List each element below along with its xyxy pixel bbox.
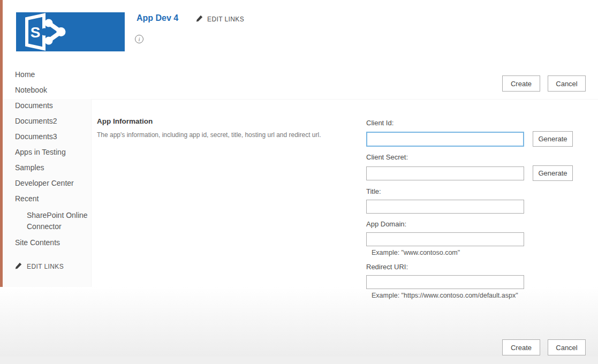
create-button-bottom[interactable]: Create (502, 339, 540, 355)
sidebar-item-home[interactable]: Home (15, 70, 93, 79)
sidebar-item-site-contents[interactable]: Site Contents (15, 238, 93, 247)
redirect-uri-label: Redirect URI: (366, 263, 591, 271)
app-domain-field-group: App Domain: Example: "www.contoso.com" (366, 220, 591, 256)
top-actions: Create Cancel (502, 75, 586, 92)
app-domain-example-hint: Example: "www.contoso.com" (372, 249, 591, 256)
sidebar-edit-links-label: EDIT LINKS (27, 263, 64, 270)
client-secret-label: Client Secret: (366, 153, 591, 161)
app-information-section: App Information The app's information, i… (91, 99, 598, 287)
pencil-icon (15, 262, 22, 271)
sidebar-item-documents3[interactable]: Documents3 (15, 132, 93, 141)
sidebar-edit-links[interactable]: EDIT LINKS (15, 262, 93, 271)
bottom-actions: Create Cancel (502, 339, 586, 355)
edit-links-top[interactable]: EDIT LINKS (196, 14, 244, 24)
pencil-icon (196, 14, 203, 24)
create-button-top[interactable]: Create (502, 75, 540, 92)
app-domain-input[interactable] (366, 232, 524, 246)
sidebar-item-apps-in-testing[interactable]: Apps in Testing (15, 148, 93, 157)
sharepoint-logo[interactable]: S (16, 12, 125, 51)
sidebar-item-recent[interactable]: Recent (15, 194, 93, 203)
form-fields: Client Id: Generate Client Secret: Gener… (366, 119, 591, 306)
svg-text:S: S (31, 24, 41, 41)
sidebar-item-samples[interactable]: Samples (15, 163, 93, 172)
sidebar-item-documents2[interactable]: Documents2 (15, 117, 93, 126)
client-id-input[interactable] (366, 132, 524, 147)
sidebar-item-notebook[interactable]: Notebook (15, 86, 93, 95)
redirect-uri-example-hint: Example: "https://www.contoso.com/defaul… (372, 292, 591, 299)
client-secret-input[interactable] (366, 166, 524, 180)
sidebar-item-documents[interactable]: Documents (15, 101, 93, 110)
footer-band (0, 357, 598, 364)
generate-client-id-button[interactable]: Generate (533, 131, 573, 147)
redirect-uri-field-group: Redirect URI: Example: "https://www.cont… (366, 263, 591, 299)
sidebar-nav: Home Notebook Documents Documents2 Docum… (15, 70, 93, 271)
sharepoint-logo-icon: S (16, 12, 125, 51)
cancel-button-top[interactable]: Cancel (548, 75, 586, 92)
section-description: The app's information, including app id,… (97, 131, 332, 139)
sidebar-item-developer-center[interactable]: Developer Center (15, 179, 93, 188)
title-input[interactable] (366, 200, 524, 214)
title-label: Title: (366, 187, 591, 195)
redirect-uri-input[interactable] (366, 275, 524, 289)
client-secret-field-group: Client Secret: Generate (366, 153, 591, 181)
edit-links-label: EDIT LINKS (207, 16, 244, 23)
info-icon[interactable]: i (135, 35, 143, 43)
app-domain-label: App Domain: (366, 220, 591, 228)
page: S App Dev 4 EDIT LINKS i Home Notebook D… (0, 0, 598, 364)
section-title: App Information (97, 117, 153, 125)
title-field-group: Title: (366, 187, 591, 214)
client-id-label: Client Id: (366, 119, 591, 127)
site-title[interactable]: App Dev 4 (137, 13, 178, 23)
cancel-button-bottom[interactable]: Cancel (548, 339, 586, 355)
client-id-field-group: Client Id: Generate (366, 119, 591, 147)
generate-client-secret-button[interactable]: Generate (533, 165, 573, 181)
sidebar-item-sharepoint-online-connector[interactable]: SharePoint Online Connector (15, 210, 93, 232)
